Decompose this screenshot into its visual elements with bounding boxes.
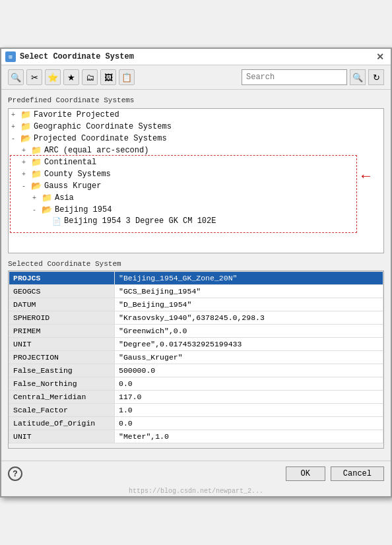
- tree-item-projected[interactable]: - 📂 Projected Coordinate Systems: [9, 133, 383, 144]
- tree-scroll-area: + 📁 Favorite Projected + 📁 Geographic Co…: [8, 108, 384, 253]
- selected-section: Selected Coordinate System PROJCS"Beijin…: [8, 260, 384, 449]
- props-value-12: "Meter",1.0: [115, 430, 383, 443]
- close-button[interactable]: ✕: [374, 51, 387, 62]
- props-row-0[interactable]: PROJCS"Beijing_1954_GK_Zone_20N": [9, 272, 383, 285]
- tree-toggle-gauss[interactable]: -: [22, 183, 31, 190]
- props-row-6[interactable]: PROJECTION"Gauss_Kruger": [9, 351, 383, 364]
- toolbar-star1-btn[interactable]: ⭐: [45, 69, 61, 85]
- predefined-section-label: Predefined Coordinate Systems: [8, 96, 384, 104]
- tree-item-county[interactable]: + 📁 County Systems: [9, 168, 383, 180]
- tree-item-beijing1954[interactable]: - 📂 Beijing 1954: [9, 204, 383, 216]
- props-row-2[interactable]: DATUM"D_Beijing_1954": [9, 298, 383, 311]
- props-key-4: PRIMEM: [9, 325, 115, 338]
- folder-icon-asia: 📁: [42, 193, 52, 203]
- folder-icon-gauss: 📂: [31, 181, 42, 191]
- props-row-12[interactable]: UNIT"Meter",1.0: [9, 430, 383, 443]
- red-arrow-indicator: ←: [362, 168, 370, 185]
- content-area: Predefined Coordinate Systems + 📁 Favori…: [1, 90, 391, 455]
- file-icon-3deg: 📄: [52, 217, 61, 226]
- props-row-10[interactable]: Scale_Factor1.0: [9, 404, 383, 417]
- folder-icon-projected: 📂: [20, 133, 31, 144]
- tree-item-favorite[interactable]: + 📁 Favorite Projected: [9, 109, 383, 121]
- props-value-4: "Greenwich",0.0: [115, 325, 383, 338]
- props-key-7: False_Easting: [9, 364, 115, 377]
- props-scroll-wrapper[interactable]: PROJCS"Beijing_1954_GK_Zone_20N"GEOGCS"G…: [8, 271, 384, 449]
- tree-label-favorite: Favorite Projected: [34, 110, 119, 119]
- tree-toggle-projected[interactable]: -: [11, 135, 20, 143]
- props-key-5: UNIT: [9, 338, 115, 351]
- toolbar-star2-btn[interactable]: ★: [63, 69, 79, 85]
- tree-label-projected: Projected Coordinate Systems: [34, 134, 167, 143]
- props-table: PROJCS"Beijing_1954_GK_Zone_20N"GEOGCS"G…: [9, 271, 383, 443]
- tree-label-asia: Asia: [55, 193, 74, 203]
- props-key-9: Central_Meridian: [9, 391, 115, 404]
- props-row-7[interactable]: False_Easting500000.0: [9, 364, 383, 377]
- title-bar-left: ⊞ Select Coordinate System: [5, 51, 134, 62]
- folder-icon-geographic: 📁: [20, 121, 31, 132]
- folder-icon-beijing1954: 📂: [42, 205, 52, 215]
- toolbar-image-btn[interactable]: 🖼: [100, 69, 116, 85]
- props-row-11[interactable]: Latitude_Of_Origin0.0: [9, 417, 383, 430]
- folder-icon-county: 📁: [31, 169, 42, 179]
- props-row-9[interactable]: Central_Meridian117.0: [9, 391, 383, 404]
- tree-item-continental[interactable]: + 📁 Continental: [9, 156, 383, 168]
- props-row-3[interactable]: SPHEROID"Krasovsky_1940",6378245.0,298.3: [9, 311, 383, 325]
- tree-label-beijing1954: Beijing 1954: [55, 205, 112, 214]
- tree-toggle-county[interactable]: +: [22, 171, 31, 178]
- props-key-10: Scale_Factor: [9, 404, 115, 417]
- tree-panel[interactable]: + 📁 Favorite Projected + 📁 Geographic Co…: [8, 108, 384, 253]
- props-value-0: "Beijing_1954_GK_Zone_20N": [115, 272, 383, 285]
- props-row-4[interactable]: PRIMEM"Greenwich",0.0: [9, 325, 383, 338]
- props-value-10: 1.0: [115, 404, 383, 417]
- props-value-7: 500000.0: [115, 364, 383, 377]
- tree-item-gauss[interactable]: - 📂 Gauss Kruger: [9, 180, 383, 192]
- tree-item-beijing-3deg[interactable]: 📄 Beijing 1954 3 Degree GK CM 102E: [9, 216, 383, 226]
- tree-toggle-continental[interactable]: +: [22, 159, 31, 166]
- search-go-btn[interactable]: 🔍: [350, 69, 366, 85]
- title-bar: ⊞ Select Coordinate System ✕: [1, 49, 391, 65]
- props-value-5: "Degree",0.0174532925199433: [115, 338, 383, 351]
- search-input[interactable]: [242, 69, 347, 85]
- tree-label-county: County Systems: [44, 170, 111, 179]
- tree-label-geographic: Geographic Coordinate Systems: [34, 122, 172, 131]
- toolbar: 🔍 ✂ ⭐ ★ 🗂 🖼 📋 🔍 ↻: [1, 65, 391, 90]
- toolbar-folder-btn[interactable]: 🗂: [82, 69, 98, 85]
- tree-toggle-3deg: [43, 218, 52, 225]
- folder-icon-favorite: 📁: [20, 110, 31, 120]
- tree-item-asia[interactable]: + 📁 Asia: [9, 192, 383, 204]
- toolbar-paste-btn[interactable]: 📋: [119, 69, 135, 85]
- props-row-1[interactable]: GEOGCS"GCS_Beijing_1954": [9, 285, 383, 298]
- props-value-8: 0.0: [115, 377, 383, 391]
- props-key-11: Latitude_Of_Origin: [9, 417, 115, 430]
- props-value-11: 0.0: [115, 417, 383, 430]
- help-button[interactable]: ?: [8, 466, 22, 481]
- tree-toggle-favorite[interactable]: +: [11, 112, 20, 119]
- folder-icon-arc: 📁: [31, 145, 42, 156]
- props-value-1: "GCS_Beijing_1954": [115, 285, 383, 298]
- tree-item-arc[interactable]: + 📁 ARC (equal arc-second): [9, 144, 383, 156]
- props-row-5[interactable]: UNIT"Degree",0.0174532925199433: [9, 338, 383, 351]
- tree-toggle-geographic[interactable]: +: [11, 123, 20, 131]
- props-key-8: False_Northing: [9, 377, 115, 391]
- ok-button[interactable]: OK: [286, 466, 325, 481]
- search-refresh-btn[interactable]: ↻: [368, 69, 384, 85]
- props-key-6: PROJECTION: [9, 351, 115, 364]
- tree-toggle-beijing1954[interactable]: -: [32, 207, 42, 214]
- tree-panel-inner: + 📁 Favorite Projected + 📁 Geographic Co…: [9, 109, 383, 226]
- toolbar-search-btn[interactable]: 🔍: [8, 69, 24, 85]
- tree-toggle-arc[interactable]: +: [22, 147, 31, 154]
- props-key-0: PROJCS: [9, 272, 115, 285]
- props-key-1: GEOGCS: [9, 285, 115, 298]
- tree-toggle-asia[interactable]: +: [32, 195, 42, 202]
- tree-item-geographic[interactable]: + 📁 Geographic Coordinate Systems: [9, 121, 383, 133]
- props-key-2: DATUM: [9, 298, 115, 311]
- toolbar-scissors-btn[interactable]: ✂: [26, 69, 42, 85]
- tree-label-3deg: Beijing 1954 3 Degree GK CM 102E: [64, 216, 216, 226]
- dialog-icon: ⊞: [5, 51, 16, 62]
- folder-icon-continental: 📁: [31, 157, 42, 168]
- props-row-8[interactable]: False_Northing0.0: [9, 377, 383, 391]
- props-value-3: "Krasovsky_1940",6378245.0,298.3: [115, 311, 383, 325]
- tree-label-gauss: Gauss Kruger: [44, 181, 101, 191]
- tree-label-arc: ARC (equal arc-second): [44, 146, 148, 155]
- cancel-button[interactable]: Cancel: [331, 466, 384, 481]
